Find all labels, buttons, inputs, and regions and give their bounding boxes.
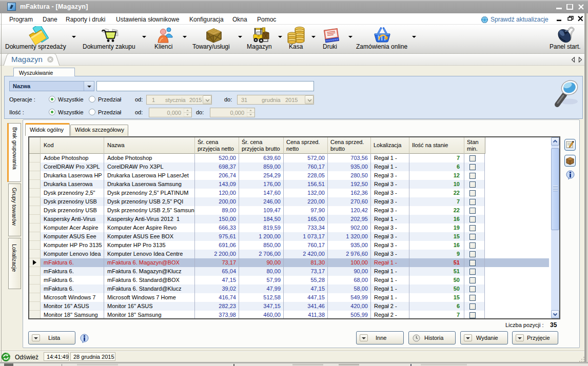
svg-text:Magazyn: Magazyn bbox=[11, 55, 43, 64]
